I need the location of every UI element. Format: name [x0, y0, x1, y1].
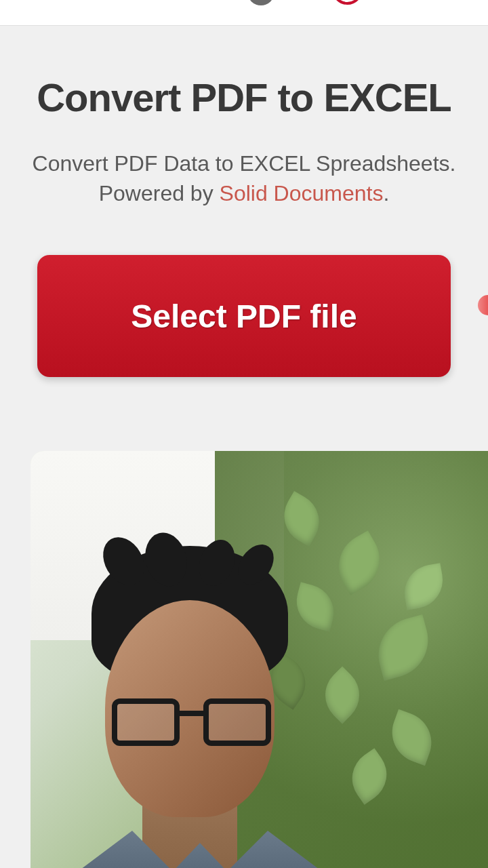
- powered-by-text: Powered by Solid Documents.: [14, 178, 474, 209]
- solid-documents-link[interactable]: Solid Documents: [220, 181, 384, 205]
- menu-icon[interactable]: [247, 0, 274, 5]
- video-background: [30, 451, 488, 868]
- main-content: Convert PDF to EXCEL Convert PDF Data to…: [0, 26, 488, 377]
- subtitle: Convert PDF Data to EXCEL Spreadsheets.: [14, 149, 474, 179]
- powered-prefix: Powered by: [99, 181, 220, 205]
- select-pdf-button[interactable]: Select PDF file: [37, 255, 451, 377]
- page-title: Convert PDF to EXCEL: [14, 73, 474, 123]
- person-figure: [64, 532, 322, 868]
- video-overlay[interactable]: [30, 451, 488, 868]
- top-bar: [0, 0, 488, 26]
- account-icon[interactable]: [332, 0, 363, 5]
- powered-suffix: .: [383, 181, 389, 205]
